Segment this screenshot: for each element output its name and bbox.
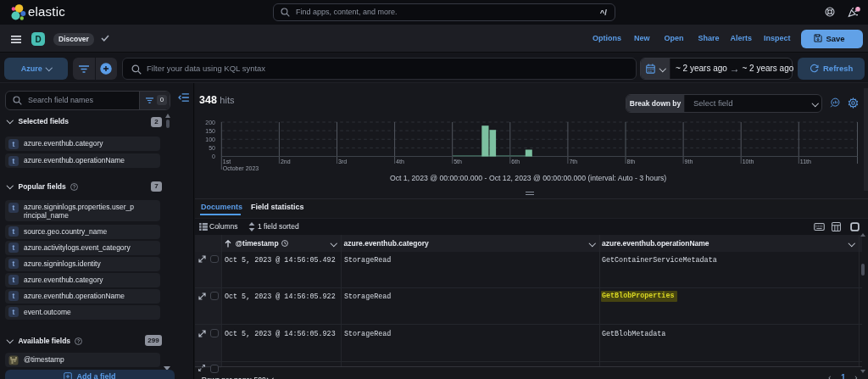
svg-text:7th: 7th [569,159,577,164]
svg-text:9th: 9th [685,159,693,164]
svg-text:11th: 11th [800,159,811,164]
svg-text:1st: 1st [223,159,231,164]
svg-text:10th: 10th [743,159,754,164]
svg-text:2nd: 2nd [281,159,291,164]
svg-text:3rd: 3rd [338,159,347,164]
svg-text:50: 50 [209,145,215,151]
svg-text:5th: 5th [453,159,462,164]
svg-text:October 2023: October 2023 [223,165,259,171]
svg-text:0: 0 [212,153,215,159]
svg-text:4th: 4th [396,159,404,164]
svg-text:150: 150 [205,128,215,134]
svg-text:100: 100 [205,137,215,142]
svg-text:8th: 8th [627,159,636,164]
svg-text:200: 200 [205,120,215,125]
svg-text:6th: 6th [511,159,520,164]
